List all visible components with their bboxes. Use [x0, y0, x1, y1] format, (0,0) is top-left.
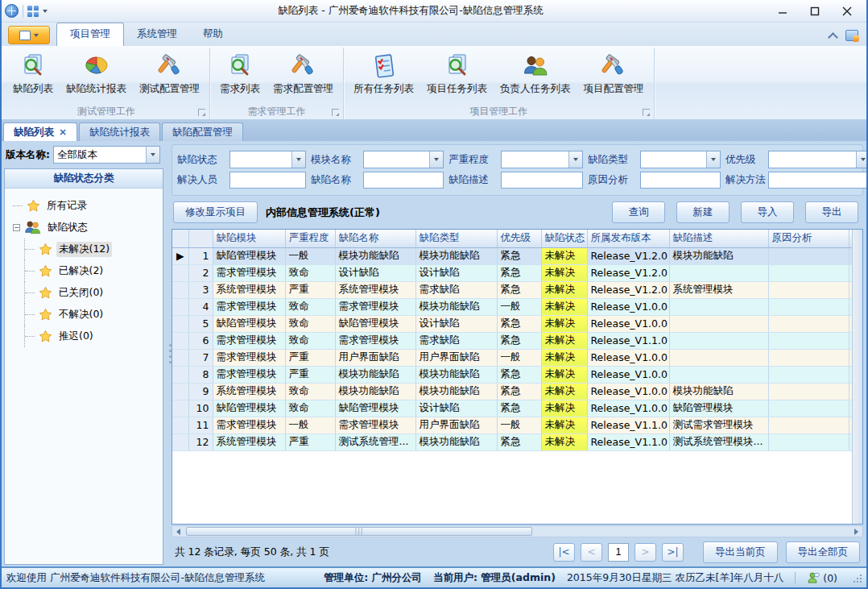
table-row[interactable]: 9系统管理模块致命模块功能缺陷模块功能缺陷紧急未解决Release_V1.0.0… — [172, 383, 852, 400]
page-first-button[interactable]: |< — [553, 543, 575, 562]
application-menu-button[interactable] — [8, 26, 50, 44]
table-row[interactable]: 10缺陷管理模块致命缺陷管理模块设计缺陷紧急未解决Release_V1.0.0缺… — [172, 400, 852, 417]
modify-display-items-button[interactable]: 修改显示项目 — [173, 201, 258, 223]
chevron-down-icon[interactable] — [429, 151, 443, 168]
maximize-button[interactable] — [799, 2, 831, 21]
column-header-0[interactable]: 缺陷模块 — [213, 230, 285, 247]
export-current-page-button[interactable]: 导出当前页 — [703, 541, 778, 563]
ribbon-button-tools-2-3[interactable]: 项目配置管理 — [577, 49, 651, 97]
table-cell — [768, 281, 849, 298]
tree-item-5[interactable]: 不解决(0) — [24, 304, 159, 326]
table-cell: 模块功能缺陷 — [669, 383, 768, 400]
dialog-launcher-icon[interactable] — [332, 109, 339, 116]
table-row[interactable]: 11需求管理模块一般需求管理模块用户界面缺陷一般未解决Release_V1.1.… — [172, 417, 852, 433]
row-number-header — [188, 230, 213, 247]
column-header-6[interactable]: 所属发布版本 — [587, 230, 669, 247]
column-header-4[interactable]: 优先级 — [497, 230, 541, 247]
tree-item-3[interactable]: 已解决(2) — [24, 260, 159, 282]
table-cell: 需求管理模块 — [213, 366, 285, 383]
column-header-1[interactable]: 严重程度 — [285, 230, 335, 247]
ribbon-tab-system[interactable]: 系统管理 — [124, 23, 190, 46]
table-row[interactable]: 7需求管理模块严重用户界面缺陷用户界面缺陷一般未解决Release_V1.0.0 — [172, 349, 852, 366]
table-row[interactable]: 3系统管理模块严重系统管理模块需求缺陷紧急未解决Release_V1.2.0系统… — [172, 281, 852, 298]
export-all-pages-button[interactable]: 导出全部页 — [786, 541, 861, 563]
chevron-down-icon[interactable] — [706, 151, 720, 168]
column-header-3[interactable]: 缺陷类型 — [415, 230, 497, 247]
chevron-down-icon[interactable] — [856, 151, 868, 168]
import-button[interactable]: 导入 — [741, 201, 794, 223]
page-number-input[interactable] — [608, 543, 629, 562]
chevron-down-icon[interactable] — [291, 151, 305, 168]
query-button[interactable]: 查询 — [612, 201, 665, 223]
tree-item-2[interactable]: 未解决(12) — [24, 239, 159, 260]
version-combo[interactable]: 全部版本 — [53, 146, 160, 164]
quick-access-grid-icon[interactable] — [27, 6, 39, 17]
page-prev-button[interactable]: < — [581, 543, 602, 562]
tree-item-4[interactable]: 已关闭(0) — [24, 282, 159, 304]
ribbon-button-doc-search-0-0[interactable]: 缺陷列表 — [6, 49, 60, 97]
resize-grip[interactable] — [854, 573, 862, 583]
table-row[interactable]: ▶1缺陷管理模块一般模块功能缺陷模块功能缺陷紧急未解决Release_V1.2.… — [172, 247, 852, 264]
new-button[interactable]: 新建 — [676, 201, 730, 223]
severity-combo[interactable] — [501, 151, 583, 168]
horizontal-scrollbar[interactable] — [172, 525, 863, 537]
column-header-7[interactable]: 缺陷描述 — [669, 230, 768, 247]
ribbon-button-doc-search-2-1[interactable]: 项目任务列表 — [420, 49, 494, 97]
table-row[interactable]: 12系统管理模块严重测试系统管理...模块功能缺陷紧急未解决Release_V1… — [172, 433, 852, 450]
tree-item-1[interactable]: −缺陷状态 — [13, 217, 159, 239]
page-last-button[interactable]: >| — [662, 543, 684, 562]
table-row[interactable]: 2需求管理模块致命设计缺陷设计缺陷紧急未解决Release_V1.2.0 — [172, 264, 852, 281]
scroll-left-icon[interactable] — [172, 526, 184, 537]
minimize-button[interactable] — [767, 2, 799, 21]
table-row[interactable]: 8需求管理模块严重模块功能缺陷模块功能缺陷紧急未解决Release_V1.0.0 — [172, 366, 852, 383]
chevron-down-icon[interactable] — [568, 151, 582, 168]
defect-type-combo[interactable] — [640, 151, 721, 168]
document-tab-2[interactable]: 缺陷配置管理 — [162, 122, 243, 141]
messages-person-icon[interactable] — [807, 571, 820, 584]
ribbon-button-tools-0-2[interactable]: 测试配置管理 — [133, 49, 206, 97]
tree-item-0[interactable]: 所有记录 — [13, 195, 159, 217]
filter-label-defect-desc: 缺陷描述 — [448, 173, 497, 187]
scrollbar-thumb[interactable] — [186, 527, 532, 536]
row-selector-cell — [172, 281, 188, 298]
quick-access-caret-icon[interactable] — [43, 10, 48, 13]
collapse-ribbon-icon[interactable] — [828, 33, 837, 39]
dialog-launcher-icon[interactable] — [643, 109, 650, 116]
solution-input[interactable] — [768, 172, 868, 189]
help-icon[interactable] — [845, 30, 858, 41]
tree-item-6[interactable]: 推迟(0) — [24, 326, 159, 347]
table-cell: 未解决 — [541, 433, 587, 450]
ribbon-tab-help[interactable]: 帮助 — [190, 23, 236, 46]
dialog-launcher-icon[interactable] — [198, 109, 205, 116]
ribbon-button-people-2-2[interactable]: 负责人任务列表 — [494, 49, 577, 97]
defect-desc-input[interactable] — [501, 172, 583, 189]
column-header-8[interactable]: 原因分析 — [768, 230, 849, 247]
vertical-scrollbar[interactable] — [852, 230, 862, 524]
ribbon-button-pie-chart-0-1[interactable]: 缺陷统计报表 — [60, 49, 133, 97]
ribbon-tab-project[interactable]: 项目管理 — [56, 23, 124, 46]
close-tab-icon[interactable]: × — [59, 127, 67, 137]
close-button[interactable] — [831, 2, 863, 21]
priority-combo[interactable] — [768, 151, 868, 168]
chevron-down-icon[interactable] — [146, 147, 159, 163]
table-row[interactable]: 6需求管理模块致命需求管理模块需求缺陷紧急未解决Release_V1.1.0 — [172, 332, 852, 349]
defect-status-combo[interactable] — [229, 151, 306, 168]
collapse-node-icon[interactable]: − — [13, 224, 20, 231]
page-next-button[interactable]: > — [634, 543, 656, 562]
scroll-right-icon[interactable] — [850, 526, 862, 537]
column-header-2[interactable]: 缺陷名称 — [335, 230, 415, 247]
resolver-input[interactable] — [229, 172, 306, 189]
document-tab-0[interactable]: 缺陷列表× — [3, 122, 77, 141]
document-tab-1[interactable]: 缺陷统计报表 — [79, 122, 160, 141]
column-header-5[interactable]: 缺陷状态 — [541, 230, 587, 247]
table-row[interactable]: 5缺陷管理模块致命缺陷管理模块设计缺陷紧急未解决Release_V1.0.0 — [172, 315, 852, 332]
module-name-combo[interactable] — [363, 151, 444, 168]
table-row[interactable]: 4需求管理模块致命需求管理模块模块功能缺陷一般未解决Release_V1.0.0 — [172, 298, 852, 315]
ribbon-button-doc-search-1-0[interactable]: 需求列表 — [213, 49, 267, 97]
cause-analysis-input[interactable] — [640, 172, 721, 189]
ribbon-button-checklist-2-0[interactable]: 所有任务列表 — [347, 49, 420, 97]
export-button[interactable]: 导出 — [805, 201, 858, 223]
defect-name-input[interactable] — [363, 172, 444, 189]
sidebar-splitter[interactable] — [163, 141, 172, 566]
ribbon-button-tools-1-1[interactable]: 需求配置管理 — [267, 49, 340, 97]
